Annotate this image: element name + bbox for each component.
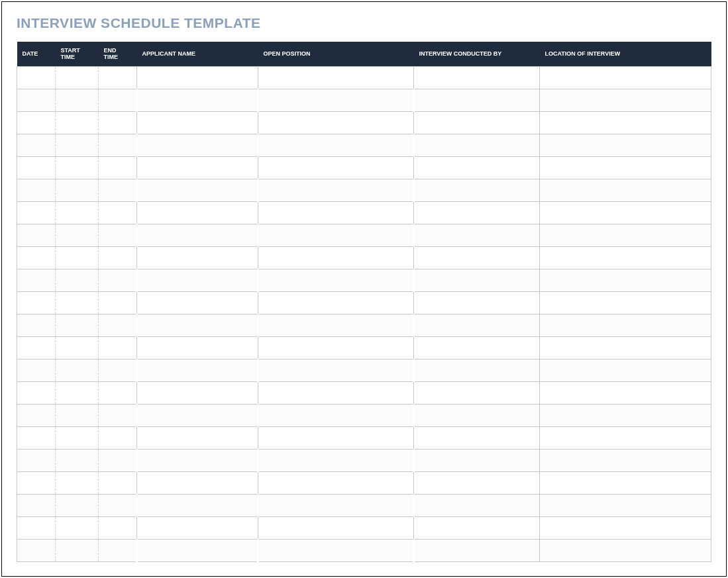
cell-interview-conducted-by[interactable] bbox=[414, 427, 540, 450]
cell-interview-conducted-by[interactable] bbox=[414, 157, 540, 179]
cell-date[interactable] bbox=[17, 134, 56, 157]
cell-location-of-interview[interactable] bbox=[540, 314, 711, 337]
cell-open-position[interactable] bbox=[258, 247, 414, 269]
cell-date[interactable] bbox=[17, 427, 56, 450]
cell-interview-conducted-by[interactable] bbox=[414, 450, 540, 472]
cell-date[interactable] bbox=[17, 202, 56, 224]
cell-end-time[interactable] bbox=[99, 495, 137, 517]
cell-location-of-interview[interactable] bbox=[540, 472, 711, 495]
cell-interview-conducted-by[interactable] bbox=[414, 360, 540, 382]
cell-date[interactable] bbox=[17, 540, 56, 562]
cell-start-time[interactable] bbox=[56, 112, 99, 134]
cell-date[interactable] bbox=[17, 360, 56, 382]
cell-start-time[interactable] bbox=[56, 382, 99, 405]
cell-interview-conducted-by[interactable] bbox=[414, 247, 540, 269]
cell-location-of-interview[interactable] bbox=[540, 202, 711, 224]
cell-end-time[interactable] bbox=[99, 337, 137, 360]
cell-start-time[interactable] bbox=[56, 224, 99, 247]
cell-date[interactable] bbox=[17, 517, 56, 540]
cell-date[interactable] bbox=[17, 89, 56, 112]
cell-start-time[interactable] bbox=[56, 314, 99, 337]
cell-location-of-interview[interactable] bbox=[540, 450, 711, 472]
cell-end-time[interactable] bbox=[99, 269, 137, 292]
cell-end-time[interactable] bbox=[99, 202, 137, 224]
cell-end-time[interactable] bbox=[99, 292, 137, 314]
cell-location-of-interview[interactable] bbox=[540, 427, 711, 450]
cell-start-time[interactable] bbox=[56, 540, 99, 562]
cell-date[interactable] bbox=[17, 314, 56, 337]
cell-start-time[interactable] bbox=[56, 450, 99, 472]
cell-applicant-name[interactable] bbox=[137, 427, 258, 450]
cell-end-time[interactable] bbox=[99, 360, 137, 382]
cell-open-position[interactable] bbox=[258, 292, 414, 314]
cell-applicant-name[interactable] bbox=[137, 382, 258, 405]
cell-applicant-name[interactable] bbox=[137, 337, 258, 360]
cell-end-time[interactable] bbox=[99, 157, 137, 179]
cell-applicant-name[interactable] bbox=[137, 202, 258, 224]
cell-end-time[interactable] bbox=[99, 134, 137, 157]
cell-date[interactable] bbox=[17, 224, 56, 247]
cell-start-time[interactable] bbox=[56, 517, 99, 540]
cell-start-time[interactable] bbox=[56, 405, 99, 427]
cell-end-time[interactable] bbox=[99, 540, 137, 562]
cell-date[interactable] bbox=[17, 337, 56, 360]
cell-location-of-interview[interactable] bbox=[540, 337, 711, 360]
cell-applicant-name[interactable] bbox=[137, 112, 258, 134]
cell-end-time[interactable] bbox=[99, 224, 137, 247]
cell-open-position[interactable] bbox=[258, 427, 414, 450]
cell-applicant-name[interactable] bbox=[137, 224, 258, 247]
cell-date[interactable] bbox=[17, 450, 56, 472]
cell-start-time[interactable] bbox=[56, 495, 99, 517]
cell-date[interactable] bbox=[17, 67, 56, 89]
cell-applicant-name[interactable] bbox=[137, 269, 258, 292]
cell-applicant-name[interactable] bbox=[137, 134, 258, 157]
cell-applicant-name[interactable] bbox=[137, 472, 258, 495]
cell-open-position[interactable] bbox=[258, 67, 414, 89]
cell-applicant-name[interactable] bbox=[137, 495, 258, 517]
cell-start-time[interactable] bbox=[56, 157, 99, 179]
cell-end-time[interactable] bbox=[99, 89, 137, 112]
cell-location-of-interview[interactable] bbox=[540, 360, 711, 382]
cell-interview-conducted-by[interactable] bbox=[414, 495, 540, 517]
cell-applicant-name[interactable] bbox=[137, 360, 258, 382]
cell-end-time[interactable] bbox=[99, 67, 137, 89]
cell-date[interactable] bbox=[17, 157, 56, 179]
cell-open-position[interactable] bbox=[258, 202, 414, 224]
cell-date[interactable] bbox=[17, 112, 56, 134]
cell-interview-conducted-by[interactable] bbox=[414, 179, 540, 202]
cell-location-of-interview[interactable] bbox=[540, 269, 711, 292]
cell-applicant-name[interactable] bbox=[137, 517, 258, 540]
cell-open-position[interactable] bbox=[258, 472, 414, 495]
cell-location-of-interview[interactable] bbox=[540, 247, 711, 269]
cell-interview-conducted-by[interactable] bbox=[414, 314, 540, 337]
cell-location-of-interview[interactable] bbox=[540, 382, 711, 405]
cell-date[interactable] bbox=[17, 247, 56, 269]
cell-open-position[interactable] bbox=[258, 405, 414, 427]
cell-applicant-name[interactable] bbox=[137, 247, 258, 269]
cell-open-position[interactable] bbox=[258, 517, 414, 540]
cell-open-position[interactable] bbox=[258, 269, 414, 292]
cell-end-time[interactable] bbox=[99, 247, 137, 269]
cell-interview-conducted-by[interactable] bbox=[414, 67, 540, 89]
cell-start-time[interactable] bbox=[56, 269, 99, 292]
cell-location-of-interview[interactable] bbox=[540, 540, 711, 562]
cell-interview-conducted-by[interactable] bbox=[414, 405, 540, 427]
cell-end-time[interactable] bbox=[99, 112, 137, 134]
cell-date[interactable] bbox=[17, 179, 56, 202]
cell-open-position[interactable] bbox=[258, 179, 414, 202]
cell-end-time[interactable] bbox=[99, 405, 137, 427]
cell-interview-conducted-by[interactable] bbox=[414, 472, 540, 495]
cell-start-time[interactable] bbox=[56, 89, 99, 112]
cell-applicant-name[interactable] bbox=[137, 89, 258, 112]
cell-location-of-interview[interactable] bbox=[540, 134, 711, 157]
cell-applicant-name[interactable] bbox=[137, 67, 258, 89]
cell-end-time[interactable] bbox=[99, 517, 137, 540]
cell-location-of-interview[interactable] bbox=[540, 224, 711, 247]
cell-applicant-name[interactable] bbox=[137, 314, 258, 337]
cell-open-position[interactable] bbox=[258, 360, 414, 382]
cell-date[interactable] bbox=[17, 495, 56, 517]
cell-start-time[interactable] bbox=[56, 202, 99, 224]
cell-applicant-name[interactable] bbox=[137, 292, 258, 314]
cell-applicant-name[interactable] bbox=[137, 540, 258, 562]
cell-start-time[interactable] bbox=[56, 427, 99, 450]
